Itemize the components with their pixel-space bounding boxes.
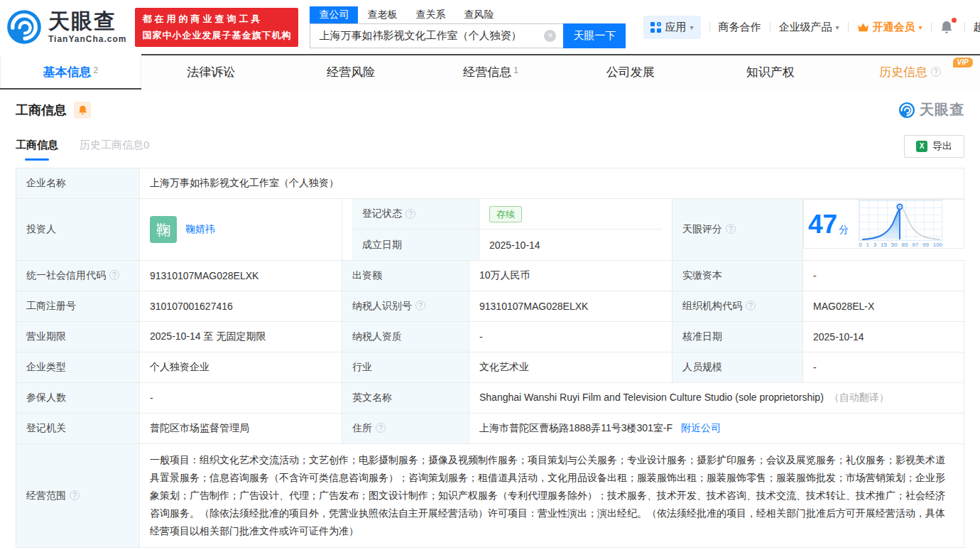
divider	[709, 22, 710, 33]
tianyancha-logo[interactable]: 天眼查 TianYanCha.com	[6, 9, 126, 45]
insured-count-label: 参保人数	[16, 383, 140, 414]
help-icon[interactable]	[70, 490, 80, 500]
company-tabbar: 基本信息2 法律诉讼 经营风险 经营信息1 公司发展 知识产权 历史信息 VIP	[0, 54, 980, 90]
investor-link[interactable]: 鞠婧祎	[185, 223, 215, 236]
header: 天眼查 TianYanCha.com 都在用的商业查询工具 国家中小企业发展子基…	[0, 0, 980, 54]
tab-label: 知识产权	[746, 64, 795, 80]
apps-grid-icon	[650, 22, 661, 33]
excel-icon	[916, 141, 927, 152]
score-label: 天眼评分	[682, 223, 722, 234]
nav-enterprise-product[interactable]: 企业级产品 ▾	[779, 21, 839, 34]
capital-value: 10万人民币	[469, 261, 673, 291]
logo-title: 天眼查	[48, 11, 126, 32]
capital-label: 出资额	[342, 261, 469, 291]
help-icon[interactable]	[405, 209, 415, 219]
tab-basic-info[interactable]: 基本信息2	[0, 54, 141, 90]
credit-code-value: 91310107MAG028ELXK	[140, 261, 342, 291]
staff-size-value: -	[803, 352, 964, 383]
vip-badge: VIP	[953, 58, 973, 68]
help-icon[interactable]	[726, 224, 736, 234]
address-label: 住所	[352, 422, 372, 433]
business-info-table: 企业名称 上海万事如祎影视文化工作室（个人独资） 投资人 鞠 鞠婧祎 登记状态 …	[16, 168, 964, 548]
business-scope-label: 经营范围	[26, 490, 66, 501]
table-row: 企业类型 个人独资企业 行业 文化艺术业 人员规模 -	[16, 352, 964, 383]
score-distribution-chart: 01 315 5085 9799 100	[859, 200, 945, 248]
english-name-value: Shanghai Wanshi Ruyi Film and Television…	[479, 392, 824, 403]
search-tab-relation[interactable]: 查关系	[406, 6, 454, 23]
search-tab-risk[interactable]: 查风险	[454, 6, 503, 23]
notifications-bell[interactable]	[940, 19, 956, 35]
main-content: 工商信息 天眼查 工商信息 历史工商信息0 导出	[0, 100, 980, 548]
table-row: 企业名称 上海万事如祎影视文化工作室（个人独资）	[16, 168, 964, 199]
tab-label: 经营风险	[327, 64, 375, 80]
registry-value: 普陀区市场监督管理局	[140, 414, 342, 444]
establish-date-label: 成立日期	[362, 239, 402, 252]
org-code-value: MAG028EL-X	[803, 291, 964, 322]
watermark-text: 天眼查	[920, 100, 964, 119]
tab-legal-litigation[interactable]: 法律诉讼	[141, 54, 281, 90]
export-label: 导出	[932, 140, 952, 153]
tab-label: 公司发展	[606, 64, 655, 80]
nav-user-menu[interactable]: 超级... ▾	[974, 21, 980, 34]
watermark-logo: 天眼查	[898, 100, 964, 119]
help-icon[interactable]	[109, 270, 119, 280]
export-button[interactable]: 导出	[904, 135, 964, 158]
divider	[931, 22, 932, 33]
clear-search-icon[interactable]	[544, 30, 556, 42]
chevron-down-icon: ▾	[919, 23, 922, 31]
tab-count: 2	[94, 65, 99, 75]
subtab-history-business-info[interactable]: 历史工商信息0	[80, 139, 149, 161]
tianyan-score[interactable]: 47分	[808, 211, 849, 237]
top-nav: 应用 ▾ 商务合作 企业级产品 ▾ 开通会员 ▾ 超级...	[643, 16, 980, 39]
reg-status-label: 登记状态	[362, 207, 402, 220]
tab-label: 历史信息	[879, 64, 927, 80]
org-code-label: 组织机构代码	[682, 300, 742, 311]
registry-label: 登记机关	[16, 414, 140, 444]
tab-intellectual-property[interactable]: 知识产权	[700, 54, 840, 90]
promo-line2: 国家中小企业发展子基金旗下机构	[142, 29, 291, 42]
investor-avatar[interactable]: 鞠	[150, 216, 177, 243]
bell-icon	[940, 21, 953, 34]
table-row: 参保人数 - 英文名称 Shanghai Wanshi Ruyi Film an…	[16, 383, 964, 414]
bell-icon	[78, 105, 87, 115]
search-button[interactable]: 天眼一下	[563, 23, 626, 48]
tab-operating-info[interactable]: 经营信息1	[421, 54, 561, 90]
nav-product-label: 企业级产品	[779, 21, 832, 34]
nav-apps-label: 应用	[665, 21, 686, 34]
divider	[964, 22, 965, 33]
help-icon[interactable]	[376, 423, 386, 433]
search-tab-company[interactable]: 查公司	[310, 6, 358, 23]
promo-banner: 都在用的商业查询工具 国家中小企业发展子基金旗下机构	[135, 8, 298, 47]
subtab-business-info[interactable]: 工商信息	[16, 139, 58, 161]
subscribe-bell-button[interactable]	[74, 102, 91, 119]
tab-company-development[interactable]: 公司发展	[560, 54, 700, 90]
tab-history-info[interactable]: 历史信息 VIP	[840, 54, 980, 90]
insured-count-value: -	[140, 383, 342, 414]
nav-apps[interactable]: 应用 ▾	[643, 16, 700, 39]
search-input[interactable]	[310, 23, 563, 48]
tab-label: 经营信息	[463, 64, 511, 80]
industry-label: 行业	[342, 352, 469, 383]
nav-vip-label: 开通会员	[873, 21, 915, 34]
tab-operating-risk[interactable]: 经营风险	[281, 54, 421, 90]
help-icon[interactable]	[746, 301, 756, 311]
tianyancha-logo-icon	[6, 9, 43, 45]
table-row: 投资人 鞠 鞠婧祎 登记状态 存续 成立日期 2025-10-14 天眼评分 4…	[16, 199, 964, 261]
search-tab-boss[interactable]: 查老板	[358, 6, 406, 23]
divider	[770, 22, 771, 33]
table-row: 经营范围 一般项目：组织文化艺术交流活动；文艺创作；电影摄制服务；摄像及视频制作…	[16, 444, 964, 548]
help-icon[interactable]	[415, 301, 425, 311]
nav-open-vip[interactable]: 开通会员 ▾	[857, 21, 922, 34]
help-icon[interactable]	[931, 67, 941, 77]
search-tabs: 查公司 查老板 查关系 查风险	[310, 6, 643, 23]
score-unit: 分	[839, 224, 849, 235]
section-title: 工商信息	[16, 102, 67, 119]
business-term-value: 2025-10-14 至 无固定期限	[140, 322, 342, 352]
nav-coop-label: 商务合作	[719, 21, 761, 34]
taxpayer-quality-value: -	[469, 322, 673, 352]
table-row: 登记机关 普陀区市场监督管理局 住所 上海市普陀区曹杨路1888弄11号3楼30…	[16, 414, 964, 444]
nearby-companies-link[interactable]: 附近公司	[681, 422, 721, 433]
establish-date-value: 2025-10-14	[489, 239, 540, 251]
nav-business-coop[interactable]: 商务合作	[719, 21, 761, 34]
company-name-value: 上海万事如祎影视文化工作室（个人独资）	[140, 168, 964, 199]
